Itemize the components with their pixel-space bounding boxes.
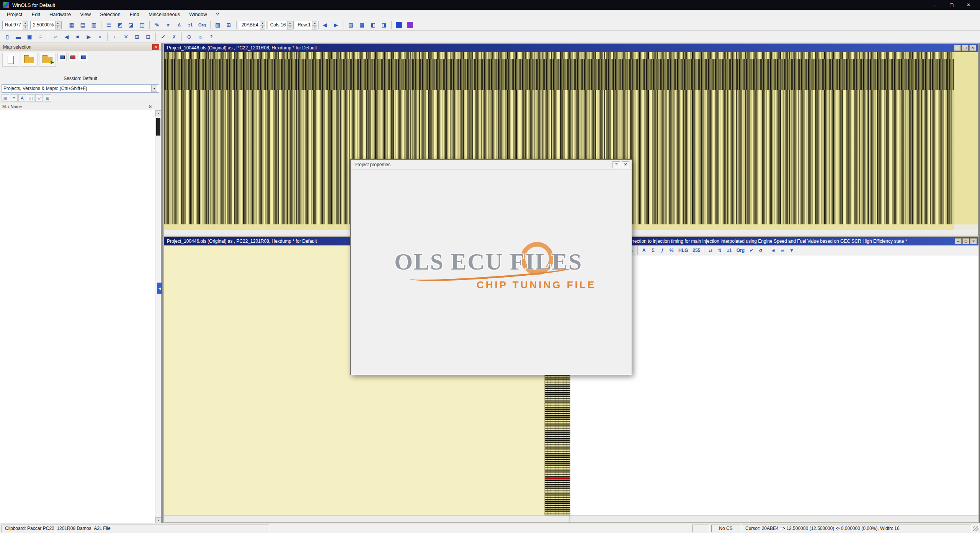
original-view-button[interactable]: Org	[735, 246, 746, 255]
window-close-button[interactable]: ✕	[969, 45, 976, 51]
window-maximize-button[interactable]: ▢	[962, 45, 969, 51]
spinner[interactable]: ▲▼	[312, 21, 317, 29]
check-none-button[interactable]: ✗	[169, 32, 179, 41]
back-button[interactable]: ◀	[62, 32, 72, 41]
filter-tool-button[interactable]: ▥	[2, 94, 9, 102]
spinner[interactable]: ▲▼	[287, 21, 292, 29]
grid-d-button[interactable]: ◨	[379, 20, 389, 29]
scroll-up-icon[interactable]: ▲	[155, 110, 161, 116]
print-button[interactable]: ≡	[36, 32, 46, 41]
scroll-down-icon[interactable]: ▼	[155, 517, 161, 523]
menu-item-view[interactable]: View	[75, 10, 95, 19]
window-minimize-button[interactable]: ─	[955, 238, 962, 244]
column-header-name[interactable]: M. / Name	[2, 104, 22, 109]
import-button[interactable]: ▶	[39, 53, 56, 67]
font-tool-button[interactable]: A	[640, 246, 648, 255]
font-tool-button[interactable]: A	[18, 94, 26, 102]
hex-view-button[interactable]: ▦	[67, 20, 77, 29]
spin-up-icon[interactable]: ▲	[260, 21, 265, 25]
function-tool-button[interactable]: ƒ	[658, 246, 666, 255]
percent-tool-button[interactable]: %	[667, 246, 676, 255]
chart-button[interactable]: ▧	[213, 20, 223, 29]
menu-item-window[interactable]: Window	[185, 10, 211, 19]
help-button[interactable]: ?	[206, 32, 216, 41]
view-3d-button[interactable]: ◪	[126, 20, 136, 29]
column-header-s[interactable]: S	[149, 104, 158, 109]
scroll-thumb[interactable]	[156, 118, 160, 136]
row-field[interactable]: Row:1▲▼	[295, 21, 318, 29]
menu-item-hardware[interactable]: Hardware	[45, 10, 75, 19]
address-field[interactable]: 20ABE4▲▼	[239, 21, 266, 29]
columns-field[interactable]: Cols:16▲▼	[268, 21, 294, 29]
screen-sync-button[interactable]	[79, 53, 88, 61]
view-2d-button[interactable]: ◩	[115, 20, 125, 29]
list-header[interactable]: M. / Name S	[0, 103, 161, 110]
light-tool-button[interactable]: ☼	[195, 32, 205, 41]
list-view-button[interactable]: ☰	[104, 20, 114, 29]
grid-c-button[interactable]: ◧	[368, 20, 378, 29]
zoom-field[interactable]: 2:50000%▲▼	[30, 21, 62, 29]
list-scrollbar[interactable]: ▲ ▼	[155, 110, 161, 523]
spin-up-icon[interactable]: ▲	[23, 21, 28, 25]
spinner[interactable]: ▲▼	[23, 21, 28, 29]
spin-up-icon[interactable]: ▲	[55, 21, 60, 25]
delta-button[interactable]: Δ	[174, 20, 184, 29]
open-file-button[interactable]: ▬	[13, 32, 23, 41]
menu-item-find[interactable]: Find	[125, 10, 144, 19]
next-map-button[interactable]: ▶	[331, 20, 341, 29]
plus-minus-one-button[interactable]: ±1	[185, 20, 195, 29]
spin-down-icon[interactable]: ▼	[23, 25, 28, 29]
spin-up-icon[interactable]: ▲	[287, 21, 292, 25]
blue-swatch-button[interactable]	[394, 20, 404, 29]
new-file-button[interactable]: ▯	[2, 32, 12, 41]
maximize-button[interactable]: ▢	[943, 0, 960, 10]
spinner[interactable]: ▲▼	[55, 21, 60, 29]
menu-item-miscellaneous[interactable]: Miscellaneous	[144, 10, 185, 19]
original-button[interactable]: Org	[196, 20, 208, 29]
zoom-in-button[interactable]: ⊞	[769, 246, 777, 255]
swap-y-button[interactable]: ⇅	[715, 246, 724, 255]
resize-grip[interactable]	[973, 526, 978, 531]
purple-swatch-button[interactable]	[405, 20, 415, 29]
window-minimize-button[interactable]: ─	[954, 45, 961, 51]
zoom-tool-button[interactable]: ⊙	[184, 32, 194, 41]
close-button[interactable]: ✕	[960, 0, 977, 10]
screen-compare-button[interactable]	[68, 53, 77, 61]
spinner[interactable]: ▲▼	[260, 21, 265, 29]
grid-a-button[interactable]: ▨	[346, 20, 356, 29]
apply-button[interactable]: ✔	[747, 246, 756, 255]
swap-x-button[interactable]: ⇄	[706, 246, 715, 255]
menu-item-edit[interactable]: Edit	[27, 10, 44, 19]
window-titlebar[interactable]: Project_100446.ols (Original) as , PC22_…	[164, 44, 978, 52]
prev-map-button[interactable]: ◀	[320, 20, 330, 29]
menu-item-project[interactable]: Project	[2, 10, 27, 19]
new-map-button[interactable]	[2, 53, 19, 67]
sigma-button[interactable]: σ	[163, 20, 173, 29]
percent-button[interactable]: %	[152, 20, 162, 29]
spin-down-icon[interactable]: ▼	[312, 25, 317, 29]
spin-up-icon[interactable]: ▲	[312, 21, 317, 25]
copy-button[interactable]: ⊞	[132, 32, 142, 41]
sum-tool-button[interactable]: Σ	[649, 246, 657, 255]
menu-item-selection[interactable]: Selection	[95, 10, 125, 19]
sort-tool-button[interactable]: ▽	[35, 94, 43, 102]
split-view-button[interactable]: ▥	[89, 20, 99, 29]
offset-one-button[interactable]: ±1	[725, 246, 733, 255]
last-button[interactable]: »	[95, 32, 105, 41]
open-project-button[interactable]	[21, 53, 38, 67]
zoom-out-button[interactable]: ⊟	[778, 246, 787, 255]
panel-collapse-button[interactable]: ◀	[157, 283, 162, 294]
menu-item-item[interactable]: ?	[212, 10, 224, 19]
dialog-close-icon[interactable]: ✕	[622, 161, 629, 168]
split-tool-button[interactable]: ◫	[27, 94, 34, 102]
byte-mode-button[interactable]: 255	[691, 246, 702, 255]
first-button[interactable]: «	[51, 32, 60, 41]
sigma-view-button[interactable]: σ	[756, 246, 765, 255]
minimize-button[interactable]: ─	[926, 0, 943, 10]
grid-b-button[interactable]: ▩	[357, 20, 367, 29]
cut-button[interactable]: ✕	[121, 32, 131, 41]
forward-button[interactable]: ▶	[84, 32, 94, 41]
dialog-titlebar[interactable]: Project properties ? ✕	[351, 160, 632, 170]
compare-view-button[interactable]: ◫	[137, 20, 147, 29]
screen-view-button[interactable]	[57, 53, 67, 61]
